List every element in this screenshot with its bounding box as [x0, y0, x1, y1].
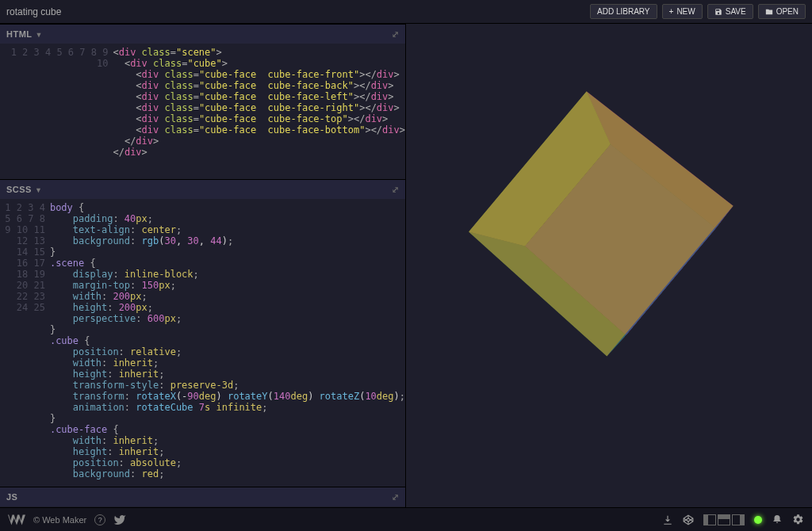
new-button[interactable]: +NEW	[662, 4, 703, 19]
open-button[interactable]: OPEN	[758, 4, 806, 19]
js-panel: JS ⤢	[0, 487, 405, 507]
notifications-icon[interactable]	[772, 513, 783, 527]
html-panel-header[interactable]: HTML▼ ⤢	[0, 25, 405, 44]
expand-icon[interactable]: ⤢	[392, 29, 400, 40]
preview-pane	[406, 24, 812, 507]
save-icon	[714, 8, 722, 16]
layout-top-icon[interactable]	[718, 514, 730, 525]
footer-bar: © Web Maker ?	[0, 507, 812, 531]
preview-cube	[527, 162, 671, 282]
help-icon[interactable]: ?	[94, 514, 105, 525]
scss-editor[interactable]: 1 2 3 4 5 6 7 8 9 10 11 12 13 14 15 16 1…	[0, 199, 405, 487]
twitter-icon[interactable]	[113, 514, 126, 526]
expand-icon[interactable]: ⤢	[392, 185, 400, 195]
cube-face-top	[469, 91, 733, 356]
html-editor[interactable]: 1 2 3 4 5 6 7 8 9 10 <div class="scene">…	[0, 44, 405, 179]
layout-left-icon[interactable]	[703, 514, 716, 525]
main-split: HTML▼ ⤢ 1 2 3 4 5 6 7 8 9 10 <div class=…	[0, 24, 812, 507]
chevron-down-icon: ▼	[36, 31, 43, 39]
editors-column: HTML▼ ⤢ 1 2 3 4 5 6 7 8 9 10 <div class=…	[0, 24, 406, 507]
scss-panel-header[interactable]: SCSS▼ ⤢	[0, 180, 405, 199]
js-panel-header[interactable]: JS ⤢	[0, 487, 405, 506]
download-icon[interactable]	[662, 514, 673, 525]
top-bar: ADD LIBRARY +NEW SAVE OPEN	[0, 0, 812, 24]
layout-right-icon[interactable]	[732, 514, 745, 525]
footer-brand: © Web Maker	[33, 515, 86, 525]
settings-icon[interactable]	[792, 514, 804, 525]
layout-switcher	[703, 514, 745, 525]
chevron-down-icon: ▼	[35, 186, 42, 194]
expand-icon[interactable]: ⤢	[392, 492, 400, 502]
preview-scene	[530, 151, 688, 309]
plus-icon: +	[669, 7, 674, 16]
top-actions: ADD LIBRARY +NEW SAVE OPEN	[590, 4, 806, 19]
webmaker-logo-icon	[8, 514, 25, 525]
scss-panel: SCSS▼ ⤢ 1 2 3 4 5 6 7 8 9 10 11 12 13 14…	[0, 179, 405, 487]
save-button[interactable]: SAVE	[707, 4, 753, 19]
status-dot	[754, 516, 762, 524]
codepen-icon[interactable]	[683, 514, 694, 525]
project-title-input[interactable]	[6, 6, 165, 17]
folder-icon	[765, 8, 773, 16]
html-panel: HTML▼ ⤢ 1 2 3 4 5 6 7 8 9 10 <div class=…	[0, 24, 405, 179]
add-library-button[interactable]: ADD LIBRARY	[590, 4, 657, 19]
